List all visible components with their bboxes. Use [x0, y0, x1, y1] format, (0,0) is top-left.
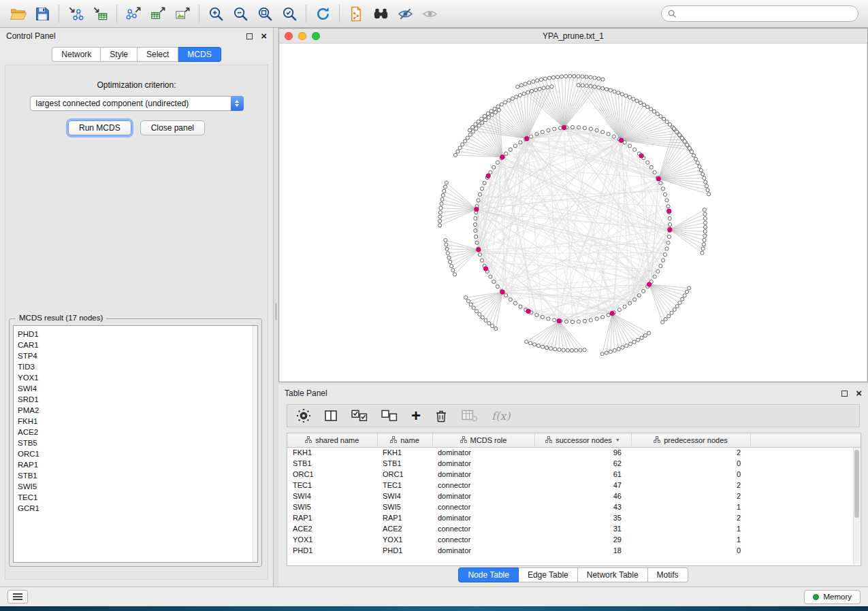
tab-style[interactable]: Style: [101, 47, 138, 62]
add-row-button[interactable]: +: [411, 407, 421, 425]
table-row[interactable]: SWI4SWI4dominator462: [287, 491, 861, 501]
show-columns-button[interactable]: [324, 407, 338, 425]
table-row[interactable]: TEC1TEC1connector472: [287, 480, 861, 491]
table-cell[interactable]: 0: [631, 469, 750, 480]
open-in-browser-button[interactable]: [344, 3, 368, 24]
table-cell[interactable]: SWI5: [287, 501, 377, 512]
zoom-fit-button[interactable]: [253, 3, 277, 24]
table-cell[interactable]: 1: [631, 501, 750, 512]
table-cell[interactable]: dominator: [432, 458, 534, 469]
table-cell[interactable]: ORC1: [377, 469, 432, 480]
select-all-button[interactable]: [351, 407, 368, 425]
table-cell[interactable]: PHD1: [287, 545, 377, 556]
close-panel-button[interactable]: Close panel: [140, 120, 205, 135]
refresh-network-button[interactable]: [310, 3, 335, 24]
tab-network[interactable]: Network: [52, 47, 101, 62]
table-cell[interactable]: 31: [534, 523, 631, 534]
tab-select[interactable]: Select: [138, 47, 178, 62]
column-header-shared-name[interactable]: shared name: [287, 433, 377, 447]
mcds-result-item[interactable]: STB1: [18, 470, 257, 481]
table-cell[interactable]: 96: [534, 447, 631, 458]
table-row[interactable]: FKH1FKH1dominator962: [287, 447, 861, 458]
search-network-button[interactable]: [368, 3, 393, 24]
table-tab-edge-table[interactable]: Edge Table: [519, 567, 578, 582]
table-cell[interactable]: connector: [432, 523, 534, 534]
panel-splitter[interactable]: [274, 28, 278, 587]
table-cell[interactable]: 2: [631, 480, 750, 491]
table-tab-motifs[interactable]: Motifs: [648, 567, 688, 582]
table-row[interactable]: PHD1PHD1dominator180: [287, 545, 861, 556]
table-cell[interactable]: 2: [631, 447, 750, 458]
search-input[interactable]: [661, 5, 858, 22]
maximize-window-button[interactable]: [312, 32, 320, 40]
status-menu-button[interactable]: [7, 590, 28, 604]
float-panel-icon[interactable]: [841, 391, 848, 397]
table-cell[interactable]: ACE2: [287, 523, 377, 534]
mcds-result-item[interactable]: GCR1: [18, 503, 257, 514]
splitter-handle-icon[interactable]: [275, 303, 277, 320]
table-cell[interactable]: ACE2: [377, 523, 432, 534]
save-session-button[interactable]: [30, 3, 54, 24]
table-cell[interactable]: connector: [432, 480, 534, 491]
table-row[interactable]: ACE2ACE2connector311: [287, 523, 861, 534]
combo-stepper-icon[interactable]: [231, 96, 244, 111]
close-panel-icon[interactable]: ×: [856, 390, 862, 397]
table-row[interactable]: YOX1YOX1connector291: [287, 534, 861, 545]
table-cell[interactable]: 62: [534, 458, 631, 469]
table-cell[interactable]: dominator: [432, 447, 534, 458]
table-cell[interactable]: ORC1: [287, 469, 377, 480]
table-cell[interactable]: dominator: [432, 491, 534, 501]
mcds-result-item[interactable]: RAP1: [18, 459, 257, 470]
memory-button[interactable]: Memory: [804, 590, 861, 604]
table-cell[interactable]: 0: [631, 458, 750, 469]
mcds-result-item[interactable]: ORC1: [18, 448, 257, 459]
table-cell[interactable]: RAP1: [377, 512, 432, 523]
table-tab-node-table[interactable]: Node Table: [458, 567, 519, 582]
network-graph[interactable]: [280, 44, 867, 381]
chevron-down-icon[interactable]: ▼: [615, 437, 620, 442]
mcds-result-item[interactable]: ACE2: [18, 427, 257, 437]
mcds-result-item[interactable]: PMA2: [18, 405, 257, 416]
mcds-result-item[interactable]: CAR1: [18, 340, 257, 350]
criterion-select[interactable]: largest connected component (undirected): [30, 96, 244, 111]
table-cell[interactable]: 0: [631, 545, 750, 556]
zoom-selected-button[interactable]: [277, 3, 302, 24]
mcds-result-item[interactable]: TID3: [18, 361, 257, 372]
table-cell[interactable]: 18: [534, 545, 631, 556]
mcds-list-scrollbar[interactable]: [253, 326, 257, 562]
tab-mcds[interactable]: MCDS: [178, 47, 221, 62]
table-cell[interactable]: FKH1: [287, 447, 377, 458]
table-cell[interactable]: dominator: [432, 512, 534, 523]
table-cell[interactable]: STB1: [377, 458, 432, 469]
float-panel-icon[interactable]: [246, 33, 253, 39]
table-settings-button[interactable]: [297, 407, 310, 425]
mcds-result-item[interactable]: FKH1: [18, 416, 257, 427]
close-panel-icon[interactable]: ×: [261, 33, 267, 39]
table-scrollbar[interactable]: [853, 448, 860, 565]
table-cell[interactable]: 43: [534, 501, 631, 512]
mcds-result-item[interactable]: YOX1: [18, 372, 257, 383]
table-scrollbar-thumb[interactable]: [854, 450, 859, 518]
table-cell[interactable]: 1: [631, 523, 750, 534]
open-session-button[interactable]: [5, 3, 30, 24]
import-table-button[interactable]: [88, 3, 112, 24]
run-mcds-button[interactable]: Run MCDS: [68, 120, 131, 135]
mcds-result-item[interactable]: SWI5: [18, 481, 257, 492]
unselect-all-button[interactable]: [381, 407, 398, 425]
mcds-result-item[interactable]: STB5: [18, 437, 257, 448]
table-cell[interactable]: connector: [432, 534, 534, 545]
minimize-window-button[interactable]: [298, 32, 306, 40]
table-cell[interactable]: 35: [534, 512, 631, 523]
table-tab-network-table[interactable]: Network Table: [578, 567, 648, 582]
table-cell[interactable]: 1: [631, 534, 750, 545]
table-cell[interactable]: 2: [631, 512, 750, 523]
toggle-details-button[interactable]: [393, 3, 417, 24]
table-cell[interactable]: YOX1: [287, 534, 377, 545]
export-network-button[interactable]: [121, 3, 146, 24]
zoom-in-button[interactable]: [204, 3, 228, 24]
column-header-name[interactable]: name: [377, 433, 432, 447]
close-window-button[interactable]: [285, 32, 293, 40]
mcds-result-item[interactable]: SRD1: [18, 394, 257, 405]
mcds-result-item[interactable]: SWI4: [18, 383, 257, 394]
mcds-result-item[interactable]: PHD1: [18, 329, 257, 340]
